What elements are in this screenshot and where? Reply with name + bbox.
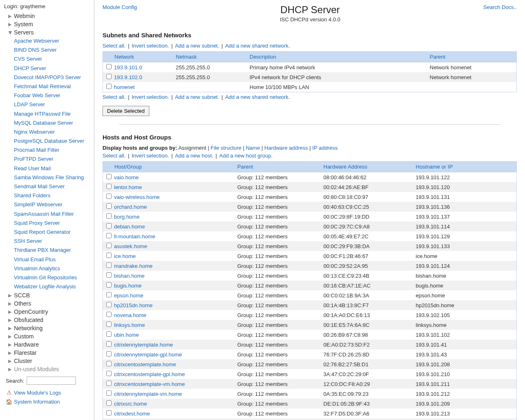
host-link[interactable]: ice.home: [114, 253, 136, 259]
host-link[interactable]: citrixcentostemplate.home: [114, 361, 176, 368]
row-checkbox[interactable]: [106, 322, 112, 327]
row-checkbox[interactable]: [106, 194, 112, 199]
display-file-structure[interactable]: File structure: [210, 145, 241, 151]
sidebar-item-dhcp-server[interactable]: DHCP Server: [14, 64, 94, 73]
host-link[interactable]: vaio.home: [114, 174, 139, 180]
host-link[interactable]: citrixdest.home: [114, 411, 150, 417]
sidebar-item-ldap-server[interactable]: LDAP Server: [14, 100, 94, 109]
row-checkbox[interactable]: [106, 341, 112, 347]
sidebar-category-flarestar[interactable]: ▶Flarestar: [0, 349, 94, 357]
sidebar-category-hardware[interactable]: ▶Hardware: [0, 340, 94, 349]
sidebar-item-ssh-server[interactable]: SSH Server: [14, 237, 94, 246]
col-netmask[interactable]: Netmask: [173, 52, 247, 62]
sidebar-category-opencountry[interactable]: ▶OpenCountry: [0, 308, 94, 316]
search-docs-link[interactable]: Search Docs..: [483, 4, 517, 10]
display-ip-address[interactable]: IP address: [312, 145, 338, 151]
sidebar-item-shared-folders[interactable]: Shared Folders: [14, 191, 94, 200]
system-information-link[interactable]: System Information: [6, 397, 90, 406]
sidebar-category-others[interactable]: ▶Others: [0, 299, 94, 308]
row-checkbox[interactable]: [106, 272, 112, 278]
row-checkbox[interactable]: [106, 262, 112, 268]
module-config-link[interactable]: Module Config: [103, 4, 137, 10]
host-link[interactable]: citrixlennytemplate-gpl.home: [114, 352, 182, 358]
sidebar-category-un-used-modules[interactable]: ▶Un-used Modules: [0, 365, 94, 373]
select-all-link[interactable]: Select all.: [103, 153, 126, 159]
host-link[interactable]: ubin.home: [114, 332, 139, 338]
sidebar-item-apache-webserver[interactable]: Apache Webserver: [14, 37, 94, 46]
sidebar-item-fetchmail-mail-retrieval[interactable]: Fetchmail Mail Retrieval: [14, 82, 94, 91]
sidebar-category-servers[interactable]: ▶Servers: [0, 28, 94, 37]
sidebar-item-nginx-webserver[interactable]: Nginx Webserver: [14, 128, 94, 137]
sidebar-item-dovecot-imap-pop3-server[interactable]: Dovecot IMAP/POP3 Server: [14, 73, 94, 82]
host-link[interactable]: citrixcentostemplate-gpl.home: [114, 371, 185, 377]
sidebar-item-manage-htpasswd-file[interactable]: Manage HTPasswd File: [14, 110, 94, 119]
add-subnet-link[interactable]: Add a new subnet.: [175, 94, 219, 100]
host-link[interactable]: bugis.home: [114, 283, 142, 289]
select-all-link[interactable]: Select all.: [103, 94, 126, 100]
invert-selection-link[interactable]: Invert selection.: [132, 43, 169, 49]
search-input[interactable]: [27, 377, 76, 385]
col-hw[interactable]: Hardware Address: [320, 162, 413, 172]
row-checkbox[interactable]: [106, 331, 112, 337]
host-link[interactable]: novena.home: [114, 312, 146, 318]
row-checkbox[interactable]: [106, 282, 112, 288]
add-shared-network-link[interactable]: Add a new shared network.: [225, 43, 290, 49]
sidebar-item-mysql-database-server[interactable]: MySQL Database Server: [14, 119, 94, 128]
row-checkbox[interactable]: [106, 410, 112, 415]
host-link[interactable]: linksys.home: [114, 322, 145, 328]
row-checkbox[interactable]: [106, 400, 112, 406]
row-checkbox[interactable]: [106, 302, 112, 307]
host-link[interactable]: debian.home: [114, 224, 145, 230]
row-checkbox[interactable]: [106, 292, 112, 297]
host-link[interactable]: bishan.home: [114, 273, 144, 279]
col-parent[interactable]: Parent: [427, 52, 517, 62]
sidebar-item-virtualmin-analytics[interactable]: Virtualmin Analytics: [14, 264, 94, 273]
select-all-link[interactable]: Select all.: [103, 43, 126, 49]
subnet-link[interactable]: 193.9.102.0: [114, 74, 142, 80]
sidebar-item-spamassassin-mail-filter[interactable]: SpamAssassin Mail Filter: [14, 210, 94, 219]
row-checkbox[interactable]: [106, 213, 112, 219]
row-checkbox[interactable]: [106, 64, 112, 69]
col-host[interactable]: Host/Group: [103, 162, 234, 172]
row-checkbox[interactable]: [106, 390, 112, 396]
col-ip[interactable]: Hostname or IP: [413, 162, 517, 172]
sidebar-category-cluster[interactable]: ▶Cluster: [0, 357, 94, 365]
host-link[interactable]: lentor.home: [114, 184, 142, 190]
row-checkbox[interactable]: [106, 223, 112, 228]
sidebar-category-sccb[interactable]: ▶SCCB: [0, 291, 94, 299]
sidebar-item-virtual-email-plus[interactable]: Virtual Email Plus: [14, 255, 94, 264]
add-shared-network-link[interactable]: Add a new shared network.: [225, 94, 290, 100]
host-link[interactable]: borg.home: [114, 214, 139, 220]
invert-selection-link[interactable]: Invert selection.: [132, 153, 169, 159]
host-link[interactable]: hp2015dn.home: [114, 302, 153, 308]
sidebar-item-foobar-web-server[interactable]: Foobar Web Server: [14, 91, 94, 100]
sidebar-item-thirdlane-pbx-manager[interactable]: Thirdlane PBX Manager: [14, 246, 94, 255]
row-checkbox[interactable]: [106, 312, 112, 317]
subnet-link[interactable]: 193.9.101.0: [114, 64, 142, 71]
row-checkbox[interactable]: [106, 174, 112, 179]
sidebar-category-webmin[interactable]: ▶Webmin: [0, 12, 94, 20]
sidebar-item-bind-dns-server[interactable]: BIND DNS Server: [14, 46, 94, 55]
host-link[interactable]: citrixcentostemplate-vm.home: [114, 381, 185, 387]
col-network[interactable]: Network: [103, 52, 173, 62]
sidebar-item-sendmail-mail-server[interactable]: Sendmail Mail Server: [14, 182, 94, 191]
sidebar-item-virtualmin-git-repositories[interactable]: Virtualmin Git Repositories: [14, 273, 94, 282]
row-checkbox[interactable]: [106, 253, 112, 258]
sidebar-item-procmail-mail-filter[interactable]: Procmail Mail Filter: [14, 146, 94, 155]
sidebar-item-squid-proxy-server[interactable]: Squid Proxy Server: [14, 219, 94, 228]
host-link[interactable]: citrixlennytemplate-vm.home: [114, 391, 182, 397]
sidebar-category-system[interactable]: ▶System: [0, 20, 94, 28]
row-checkbox[interactable]: [106, 203, 112, 209]
host-link[interactable]: lt-mountain.home: [114, 233, 155, 240]
host-link[interactable]: vaio-wireless.home: [114, 194, 160, 200]
sidebar-item-read-user-mail[interactable]: Read User Mail: [14, 164, 94, 173]
display-hw-address[interactable]: Hardware address: [265, 145, 308, 151]
row-checkbox[interactable]: [106, 381, 112, 386]
delete-selected-button[interactable]: Delete Selected: [103, 106, 149, 116]
sidebar-item-postgresql-database-server[interactable]: PostgreSQL Database Server: [14, 137, 94, 146]
row-checkbox[interactable]: [106, 361, 112, 366]
row-checkbox[interactable]: [106, 184, 112, 189]
sidebar-category-obsfucated[interactable]: ▶Obsfucated: [0, 316, 94, 324]
display-name[interactable]: Name: [246, 145, 260, 151]
sidebar-item-simpleip-webserver[interactable]: SimpleIP Webserver: [14, 200, 94, 209]
